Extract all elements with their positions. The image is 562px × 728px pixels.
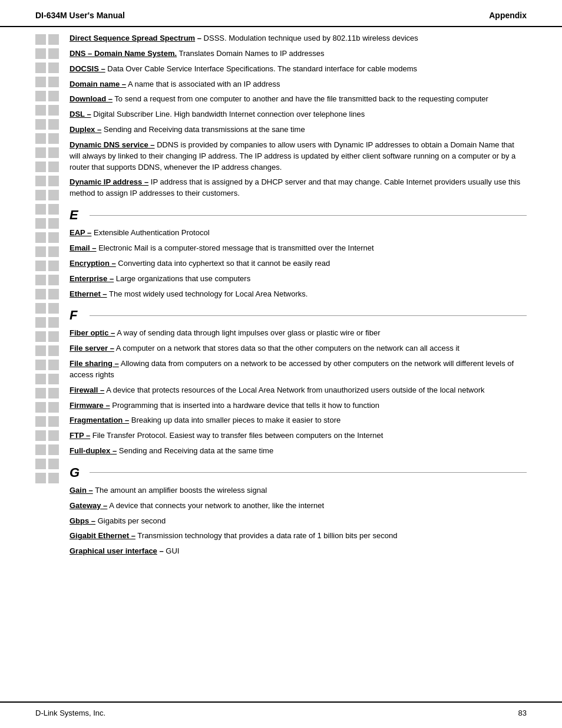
sidebar-block-pair xyxy=(35,374,59,384)
gray-block-left xyxy=(35,331,46,342)
sidebar-block-pair xyxy=(35,105,59,116)
gray-block-left xyxy=(35,430,46,441)
term-definition: Digital Subscriber Line. High bandwidth … xyxy=(91,110,365,118)
sidebar-block-pair xyxy=(35,444,59,455)
gray-block-left xyxy=(35,232,46,243)
gray-block-left xyxy=(35,147,46,158)
gray-block-right xyxy=(48,190,59,200)
term-entry: FTP – File Transfer Protocol. Easiest wa… xyxy=(70,430,527,442)
term-name: Email – xyxy=(70,243,97,252)
gray-block-left xyxy=(35,246,46,257)
sidebar-block-pair xyxy=(35,218,59,229)
gray-block-right xyxy=(48,176,59,186)
term-name: Gigabit Ethernet – xyxy=(70,531,135,540)
sidebar-block-pair xyxy=(35,331,59,342)
term-entry: DSL – Digital Subscriber Line. High band… xyxy=(70,109,527,120)
content-area: Direct Sequence Spread Spectrum – DSSS. … xyxy=(0,27,562,701)
term-dash: – xyxy=(195,34,201,42)
gray-block-left xyxy=(35,48,46,59)
term-entry: Firmware – Programming that is inserted … xyxy=(70,400,527,411)
gray-block-right xyxy=(48,232,59,243)
gray-block-right xyxy=(48,261,59,271)
gray-block-right xyxy=(48,77,59,87)
term-definition: Sending and Receiving data at the same t… xyxy=(117,446,273,455)
term-definition: The amount an amplifier boosts the wirel… xyxy=(93,486,267,495)
term-entry: Gain – The amount an amplifier boosts th… xyxy=(70,485,527,496)
term-name: Direct Sequence Spread Spectrum xyxy=(70,34,195,42)
gray-block-right xyxy=(48,360,59,370)
term-name: Duplex – xyxy=(70,125,101,134)
term-name: Graphical user interface xyxy=(70,546,157,555)
term-entry: Duplex – Sending and Receiving data tran… xyxy=(70,124,527,136)
section-divider xyxy=(90,215,527,216)
term-entry: Domain name – A name that is associated … xyxy=(70,79,527,90)
term-name: Download – xyxy=(70,94,113,103)
gray-block-right xyxy=(48,246,59,257)
gray-block-left xyxy=(35,119,46,130)
term-entry: Direct Sequence Spread Spectrum – DSSS. … xyxy=(70,33,527,44)
term-entry: Dynamic DNS service – DDNS is provided b… xyxy=(70,140,527,173)
section-letter: G xyxy=(70,465,84,480)
page: DI-634M User's Manual Appendix Direct Se… xyxy=(0,0,562,728)
sidebar-block-pair xyxy=(35,232,59,243)
term-entry: Download – To send a request from one co… xyxy=(70,94,527,105)
gray-block-right xyxy=(48,133,59,144)
gray-block-right xyxy=(48,289,59,299)
gray-block-right xyxy=(48,416,59,427)
gray-block-left xyxy=(35,473,46,483)
gray-block-right xyxy=(48,119,59,130)
term-definition: File Transfer Protocol. Easiest way to t… xyxy=(90,431,383,440)
gray-block-right xyxy=(48,62,59,73)
sidebar-block-pair xyxy=(35,204,59,215)
section-header-g: G xyxy=(70,465,527,480)
term-definition: Allowing data from computers on a networ… xyxy=(70,359,514,379)
sidebar-block-pair xyxy=(35,133,59,144)
term-definition: A device that connects your network to a… xyxy=(107,501,324,510)
term-definition: DSSS. Modulation technique used by 802.1… xyxy=(201,34,418,42)
sidebar-block-pair xyxy=(35,430,59,441)
term-definition: Electronic Mail is a computer-stored mes… xyxy=(97,243,374,252)
sidebar-block-pair xyxy=(35,91,59,101)
term-name: File sharing – xyxy=(70,359,119,368)
gray-block-right xyxy=(48,402,59,413)
term-entry: Full-duplex – Sending and Receiving data… xyxy=(70,446,527,457)
term-name: FTP – xyxy=(70,431,90,440)
sidebar-block-pair xyxy=(35,289,59,299)
term-entry: Enterprise – Large organizations that us… xyxy=(70,274,527,285)
term-name: Enterprise – xyxy=(70,274,114,283)
main-text: Direct Sequence Spread Spectrum – DSSS. … xyxy=(70,33,527,561)
gray-block-left xyxy=(35,402,46,413)
header-title-left: DI-634M User's Manual xyxy=(35,11,125,20)
term-name: Firewall – xyxy=(70,386,104,394)
sidebar-block-pair xyxy=(35,147,59,158)
footer-company: D-Link Systems, Inc. xyxy=(35,709,105,717)
term-name: DNS – Domain Name System. xyxy=(70,49,177,58)
sidebar-block-pair xyxy=(35,317,59,328)
term-entry: Gbps – Gigabits per second xyxy=(70,516,527,527)
term-definition: Data Over Cable Service Interface Specif… xyxy=(105,64,417,73)
gray-block-right xyxy=(48,473,59,483)
gray-block-right xyxy=(48,48,59,59)
gray-block-left xyxy=(35,176,46,186)
gray-block-right xyxy=(48,345,59,356)
term-entry: Gigabit Ethernet – Transmission technolo… xyxy=(70,531,527,542)
term-name: Firmware – xyxy=(70,401,110,410)
term-definition: Sending and Receiving data transmissions… xyxy=(101,125,305,134)
section-letter: F xyxy=(70,308,84,323)
term-entry: Gateway – A device that connects your ne… xyxy=(70,500,527,512)
sidebar-block-pair xyxy=(35,176,59,186)
section-divider xyxy=(90,315,527,316)
gray-block-right xyxy=(48,218,59,229)
term-entry: Fiber optic – A way of sending data thro… xyxy=(70,328,527,339)
term-name: DOCSIS – xyxy=(70,64,105,73)
term-definition: Breaking up data into smaller pieces to … xyxy=(129,416,340,424)
term-entry: Ethernet – The most widely used technolo… xyxy=(70,289,527,300)
footer: D-Link Systems, Inc. 83 xyxy=(0,701,562,728)
gray-block-right xyxy=(48,91,59,101)
sidebar-block-pair xyxy=(35,303,59,314)
sidebar-block-pair xyxy=(35,190,59,200)
gray-block-right xyxy=(48,162,59,172)
gray-block-right xyxy=(48,303,59,314)
term-name: Ethernet – xyxy=(70,289,107,298)
gray-block-left xyxy=(35,190,46,200)
